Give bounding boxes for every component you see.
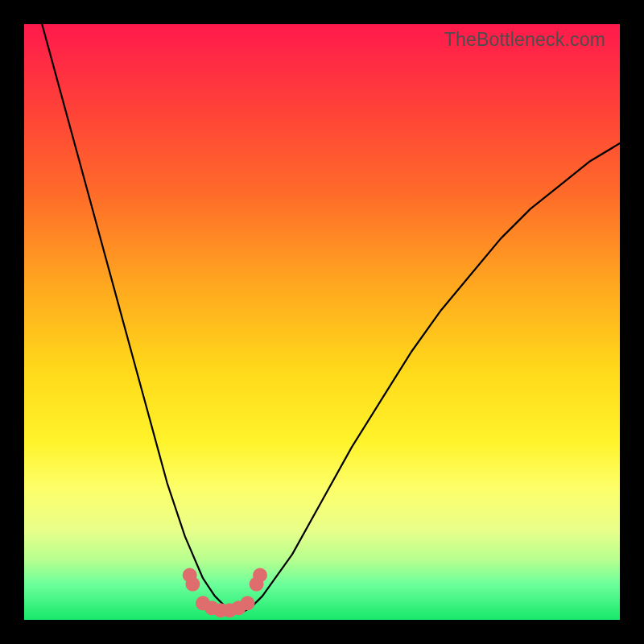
bottleneck-curve-path [42, 24, 620, 614]
marker-dot [241, 596, 255, 610]
marker-dot [253, 568, 267, 583]
plot-area: TheBottleneck.com [24, 24, 620, 620]
marker-dot [185, 577, 200, 592]
bottleneck-curve-svg [24, 24, 620, 620]
chart-frame: TheBottleneck.com [0, 0, 644, 644]
flat-region-markers [183, 568, 267, 618]
